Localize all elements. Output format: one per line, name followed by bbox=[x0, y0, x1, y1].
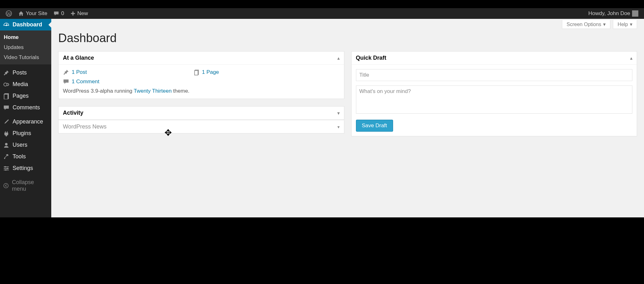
menu-media[interactable]: Media bbox=[0, 79, 51, 90]
help-label: Help bbox=[618, 22, 628, 27]
page-icon bbox=[3, 93, 9, 99]
menu-label: Settings bbox=[13, 165, 33, 172]
page-icon bbox=[194, 69, 199, 75]
menu-label: Pages bbox=[13, 93, 29, 99]
quick-draft-header[interactable]: Quick Draft ▴ bbox=[352, 52, 637, 65]
sliders-icon bbox=[3, 165, 9, 172]
theme-link[interactable]: Twenty Thirteen bbox=[134, 88, 172, 94]
site-name-link[interactable]: Your Site bbox=[15, 10, 50, 17]
version-info: WordPress 3.9-alpha running Twenty Thirt… bbox=[63, 88, 340, 94]
menu-users[interactable]: Users bbox=[0, 139, 51, 151]
menu-settings[interactable]: Settings bbox=[0, 162, 51, 174]
svg-rect-11 bbox=[5, 166, 6, 167]
menu-dashboard[interactable]: Dashboard bbox=[0, 19, 51, 30]
menu-label: Appearance bbox=[13, 118, 43, 125]
plugin-icon bbox=[3, 130, 9, 137]
dashboard-icon bbox=[3, 22, 9, 28]
collapse-label: Collapse menu bbox=[12, 179, 48, 192]
menu-label: Users bbox=[13, 142, 27, 148]
at-a-glance-panel: At a Glance ▴ 1 Post bbox=[58, 51, 344, 99]
howdy-text: Howdy, John Doe bbox=[588, 10, 630, 17]
dashboard-submenu: Home Updates Video Tutorials bbox=[0, 30, 51, 64]
new-content-link[interactable]: New bbox=[67, 10, 91, 17]
submenu-updates[interactable]: Updates bbox=[0, 42, 51, 52]
svg-rect-6 bbox=[4, 94, 8, 99]
chevron-down-icon: ▾ bbox=[630, 21, 632, 27]
menu-comments[interactable]: Comments bbox=[0, 102, 51, 113]
svg-point-3 bbox=[6, 25, 7, 26]
chevron-down-icon: ▾ bbox=[603, 21, 606, 27]
menu-label: Posts bbox=[13, 69, 27, 76]
help-toggle[interactable]: Help ▾ bbox=[613, 20, 637, 29]
wordpress-logo-icon bbox=[6, 10, 12, 17]
menu-label: Dashboard bbox=[13, 21, 42, 28]
menu-label: Tools bbox=[13, 153, 26, 160]
comments-link[interactable]: 0 bbox=[50, 10, 67, 17]
collapse-menu[interactable]: Collapse menu bbox=[0, 177, 51, 195]
svg-rect-8 bbox=[4, 167, 9, 167]
submenu-video-tutorials[interactable]: Video Tutorials bbox=[0, 52, 51, 63]
menu-posts[interactable]: Posts bbox=[0, 67, 51, 79]
panel-title: At a Glance bbox=[63, 55, 94, 61]
comment-icon bbox=[3, 105, 9, 111]
svg-rect-13 bbox=[5, 169, 6, 171]
howdy-account[interactable]: Howdy, John Doe bbox=[585, 10, 641, 17]
panel-title: Activity bbox=[63, 110, 83, 116]
quick-draft-panel: Quick Draft ▴ Save Draft bbox=[351, 51, 637, 136]
user-avatar-icon bbox=[632, 10, 638, 17]
panel-title: Quick Draft bbox=[356, 55, 386, 61]
admin-menu: Dashboard Home Updates Video Tutorials P… bbox=[0, 19, 51, 217]
chevron-down-icon[interactable]: ▾ bbox=[337, 124, 340, 129]
svg-point-14 bbox=[4, 183, 8, 188]
activity-header[interactable]: Activity ▾ bbox=[58, 106, 344, 120]
chevron-up-icon[interactable]: ▴ bbox=[630, 56, 632, 61]
chevron-down-icon[interactable]: ▾ bbox=[337, 111, 340, 116]
site-name-label: Your Site bbox=[26, 10, 47, 17]
admin-bar: Your Site 0 New Howdy, John Doe bbox=[0, 8, 644, 19]
glance-pages[interactable]: 1 Page bbox=[194, 69, 219, 75]
new-label: New bbox=[77, 10, 88, 17]
activity-panel: Activity ▾ bbox=[58, 106, 344, 120]
menu-label: Comments bbox=[13, 104, 40, 111]
menu-appearance[interactable]: Appearance bbox=[0, 116, 51, 128]
at-a-glance-header[interactable]: At a Glance ▴ bbox=[58, 52, 344, 65]
glance-comments[interactable]: 1 Comment bbox=[63, 79, 99, 85]
glance-pages-label: 1 Page bbox=[202, 69, 219, 75]
plus-icon bbox=[70, 11, 75, 16]
comments-count: 0 bbox=[61, 10, 64, 17]
draft-content-textarea[interactable] bbox=[356, 85, 633, 114]
menu-plugins[interactable]: Plugins bbox=[0, 128, 51, 139]
menu-label: Media bbox=[13, 81, 28, 88]
glance-posts[interactable]: 1 Post bbox=[63, 69, 87, 75]
wordpress-news-header[interactable]: WordPress News ▾ bbox=[58, 120, 344, 133]
media-icon bbox=[3, 81, 9, 88]
content-area: Screen Options ▾ Help ▾ Dashboard At a G… bbox=[51, 19, 644, 217]
comment-bubble-icon bbox=[53, 11, 59, 16]
collapse-icon bbox=[3, 183, 9, 188]
submenu-home[interactable]: Home bbox=[0, 32, 51, 42]
pin-icon bbox=[63, 69, 69, 75]
save-draft-button[interactable]: Save Draft bbox=[356, 120, 393, 132]
draft-title-input[interactable] bbox=[356, 69, 633, 81]
screen-options-toggle[interactable]: Screen Options ▾ bbox=[562, 20, 610, 29]
wp-logo[interactable] bbox=[3, 10, 15, 17]
svg-rect-9 bbox=[4, 168, 9, 169]
comment-icon bbox=[63, 79, 69, 85]
pin-icon bbox=[3, 70, 9, 76]
svg-rect-16 bbox=[195, 71, 198, 75]
panel-title: WordPress News bbox=[63, 123, 107, 130]
svg-rect-2 bbox=[71, 13, 75, 14]
menu-tools[interactable]: Tools bbox=[0, 151, 51, 162]
home-icon bbox=[18, 11, 24, 16]
glance-comments-label: 1 Comment bbox=[72, 79, 99, 85]
svg-rect-12 bbox=[7, 168, 8, 169]
chevron-up-icon[interactable]: ▴ bbox=[337, 56, 340, 61]
menu-label: Plugins bbox=[13, 130, 31, 137]
svg-point-4 bbox=[4, 83, 7, 86]
screen-options-label: Screen Options bbox=[567, 22, 601, 27]
wrench-icon bbox=[3, 154, 9, 160]
svg-point-7 bbox=[5, 143, 8, 145]
user-icon bbox=[3, 142, 9, 148]
menu-pages[interactable]: Pages bbox=[0, 90, 51, 102]
page-title: Dashboard bbox=[58, 31, 637, 45]
